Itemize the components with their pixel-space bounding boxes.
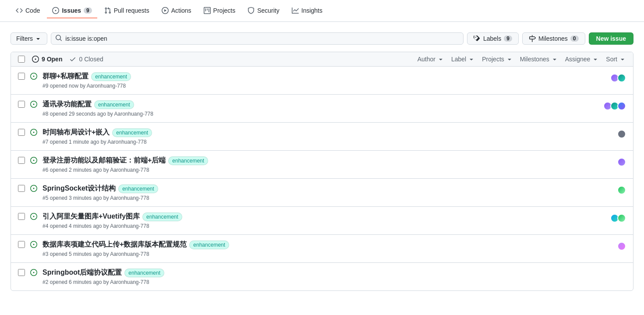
issue-open-icon [30, 269, 37, 276]
new-issue-button[interactable]: New issue [589, 32, 633, 45]
issue-title[interactable]: 群聊+私聊配置 [42, 72, 88, 81]
main-content: Filters Labels 9 Milestones [0, 22, 644, 291]
author-chevron-icon [437, 56, 444, 63]
milestones-filter-label: Milestones [520, 56, 549, 63]
issue-checkbox[interactable] [18, 213, 25, 220]
nav-pull-requests[interactable]: Pull requests [99, 4, 155, 18]
avatar [617, 74, 626, 82]
milestone-icon [529, 35, 536, 42]
nav-insights[interactable]: Insights [287, 4, 328, 18]
nav-pr-label: Pull requests [114, 7, 149, 14]
issue-open-icon [30, 73, 37, 80]
issue-content: 时间轴布局设计+嵌入 enhancement #7 opened 1 minut… [42, 128, 612, 145]
labels-label: Labels [483, 35, 501, 42]
issue-label-badge[interactable]: enhancement [168, 156, 208, 165]
closed-count-label: 0 Closed [79, 56, 103, 63]
issue-title[interactable]: Springboot后端协议配置 [42, 268, 122, 277]
issue-label-badge[interactable]: enhancement [124, 269, 164, 277]
issue-label-badge[interactable]: enhancement [142, 212, 182, 221]
label-chevron-icon [468, 56, 475, 63]
author-filter[interactable]: Author [418, 56, 444, 63]
issues-header-left: 9 Open 0 Closed [18, 56, 410, 63]
issue-avatars [617, 158, 626, 166]
issue-title-row: 时间轴布局设计+嵌入 enhancement [42, 128, 612, 137]
open-count[interactable]: 9 Open [32, 56, 62, 63]
assignee-filter[interactable]: Assignee [565, 56, 599, 63]
issue-open-icon [30, 157, 37, 164]
issue-avatars [617, 130, 626, 138]
issue-title-row: 引入阿里矢量图库+Vuetify图库 enhancement [42, 212, 605, 221]
issues-table-header: 9 Open 0 Closed Author Label [11, 52, 633, 67]
issue-content: 数据库表项建立代码上传+数据库版本配置规范 enhancement #3 ope… [42, 240, 612, 257]
issue-title[interactable]: 时间轴布局设计+嵌入 [42, 128, 110, 137]
issue-title-row: 数据库表项建立代码上传+数据库版本配置规范 enhancement [42, 240, 612, 249]
new-issue-label: New issue [596, 35, 626, 42]
issue-row: Springboot后端协议配置 enhancement #2 opened 6… [11, 263, 633, 290]
avatar [617, 214, 626, 223]
issue-checkbox[interactable] [18, 241, 25, 248]
nav-security-label: Security [257, 7, 280, 14]
nav-security[interactable]: Security [242, 4, 285, 18]
issue-row: 时间轴布局设计+嵌入 enhancement #7 opened 1 minut… [11, 123, 633, 151]
issue-checkbox[interactable] [18, 269, 25, 276]
issue-content: 通讯录功能配置 enhancement #8 opened 29 seconds… [42, 100, 598, 117]
avatar [617, 158, 626, 166]
milestones-filter[interactable]: Milestones [520, 56, 558, 63]
issue-label-badge[interactable]: enhancement [118, 184, 158, 193]
filters-button[interactable]: Filters [11, 32, 47, 45]
issue-row: 引入阿里矢量图库+Vuetify图库 enhancement #4 opened… [11, 207, 633, 235]
issue-label-badge[interactable]: enhancement [189, 241, 229, 249]
label-filter[interactable]: Label [451, 56, 475, 63]
issue-checkbox[interactable] [18, 185, 25, 192]
filters-label: Filters [16, 35, 33, 42]
top-nav: Code Issues 9 Pull requests Actions Proj… [0, 0, 644, 22]
nav-code[interactable]: Code [11, 4, 45, 18]
nav-projects[interactable]: Projects [198, 4, 241, 18]
milestones-label: Milestones [538, 35, 568, 42]
issue-checkbox[interactable] [18, 129, 25, 136]
sort-filter[interactable]: Sort [606, 56, 626, 63]
issue-checkbox[interactable] [18, 157, 25, 164]
nav-issues[interactable]: Issues 9 [47, 4, 97, 18]
issue-row: 群聊+私聊配置 enhancement #9 opened now by Aar… [11, 67, 633, 95]
nav-actions[interactable]: Actions [156, 4, 197, 18]
avatar [617, 242, 626, 251]
milestones-button[interactable]: Milestones 0 [522, 32, 585, 45]
issue-label-badge[interactable]: enhancement [112, 128, 152, 137]
closed-count[interactable]: 0 Closed [69, 56, 103, 63]
issue-checkbox[interactable] [18, 73, 25, 80]
search-wrapper [51, 32, 464, 45]
issue-avatars [603, 102, 626, 110]
open-issue-icon [32, 56, 39, 63]
issue-row: 登录注册功能以及邮箱验证：前端+后端 enhancement #6 opened… [11, 151, 633, 179]
issue-title[interactable]: SpringSocket设计结构 [42, 184, 116, 193]
nav-projects-label: Projects [213, 7, 236, 14]
issue-title-row: Springboot后端协议配置 enhancement [42, 268, 621, 277]
labels-button[interactable]: Labels 9 [467, 32, 519, 45]
nav-insights-label: Insights [301, 7, 322, 14]
issue-open-icon [30, 213, 37, 220]
select-all-checkbox[interactable] [18, 56, 25, 63]
search-input[interactable] [51, 32, 464, 45]
issue-avatars [610, 74, 626, 82]
projects-filter[interactable]: Projects [482, 56, 513, 63]
issue-checkbox[interactable] [18, 101, 25, 108]
issue-meta: #4 opened 4 minutes ago by Aaronhuang-77… [42, 223, 605, 229]
issue-title[interactable]: 通讯录功能配置 [42, 100, 92, 109]
issue-title[interactable]: 引入阿里矢量图库+Vuetify图库 [42, 212, 140, 221]
issue-meta: #9 opened now by Aaronhuang-778 [42, 83, 605, 89]
issue-open-icon [30, 129, 37, 136]
issue-title[interactable]: 数据库表项建立代码上传+数据库版本配置规范 [42, 240, 187, 249]
issue-title[interactable]: 登录注册功能以及邮箱验证：前端+后端 [42, 156, 166, 165]
milestones-chevron-icon [551, 56, 558, 63]
assignee-chevron-icon [592, 56, 599, 63]
chevron-down-icon [35, 35, 42, 42]
issue-open-icon [30, 101, 37, 108]
search-icon [55, 35, 62, 43]
issue-label-badge[interactable]: enhancement [91, 72, 131, 81]
issue-avatars [617, 242, 626, 251]
issue-label-badge[interactable]: enhancement [94, 100, 134, 109]
labels-count: 9 [504, 35, 512, 42]
author-filter-label: Author [418, 56, 435, 63]
issue-avatars [617, 186, 626, 195]
